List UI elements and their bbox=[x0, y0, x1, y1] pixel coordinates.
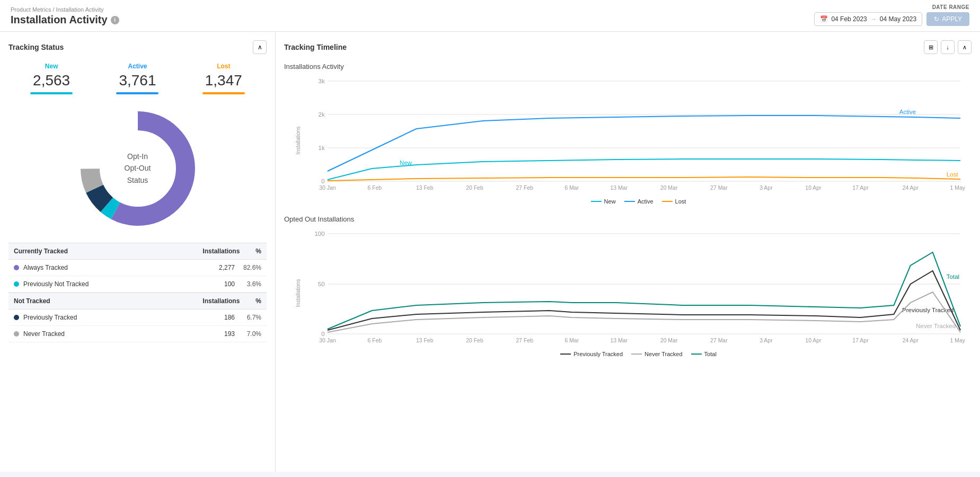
svg-text:17 Apr: 17 Apr bbox=[852, 185, 869, 191]
svg-text:20 Feb: 20 Feb bbox=[466, 338, 483, 343]
dot-never-tracked bbox=[14, 331, 19, 337]
chart1-y-label: Installations bbox=[295, 126, 301, 154]
svg-text:30 Jan: 30 Jan bbox=[319, 185, 336, 191]
never-tracked-pct: 7.0% bbox=[235, 330, 261, 338]
stat-lost-bar bbox=[202, 92, 245, 94]
prev-not-tracked-value: 100 bbox=[192, 280, 235, 288]
svg-text:13 Feb: 13 Feb bbox=[416, 185, 434, 191]
collapse-timeline-button[interactable]: ∧ bbox=[958, 40, 972, 54]
stat-new-bar bbox=[30, 92, 73, 94]
legend-total-label: Total bbox=[704, 351, 717, 357]
legend-new-line bbox=[591, 201, 602, 202]
stat-active-label: Active bbox=[116, 63, 158, 70]
download-icon-button[interactable]: ↓ bbox=[941, 40, 955, 54]
tracking-table: Currently Tracked Installations % Always… bbox=[8, 243, 267, 342]
svg-text:2k: 2k bbox=[318, 111, 325, 118]
legend-total: Total bbox=[691, 351, 717, 357]
svg-text:20 Mar: 20 Mar bbox=[660, 185, 678, 191]
stat-new: New 2,563 bbox=[30, 63, 73, 94]
chart2-legend: Previously Tracked Never Tracked Total bbox=[305, 351, 972, 357]
stat-active-bar bbox=[116, 92, 158, 94]
page-title: Installation Activity bbox=[11, 14, 108, 26]
breadcrumb: Product Metrics / Installation Activity bbox=[11, 6, 119, 13]
svg-text:Total: Total bbox=[947, 273, 959, 280]
legend-new: New bbox=[591, 198, 616, 205]
always-tracked-pct: 82.6% bbox=[235, 264, 261, 271]
svg-text:Previously Tracked: Previously Tracked bbox=[902, 307, 953, 313]
stat-new-label: New bbox=[30, 63, 73, 70]
svg-text:10 Apr: 10 Apr bbox=[805, 185, 822, 191]
legend-previously-tracked: Previously Tracked bbox=[560, 351, 623, 357]
info-icon[interactable]: i bbox=[111, 16, 119, 24]
previously-tracked-label: Previously Tracked bbox=[23, 314, 77, 321]
legend-never-tracked-line bbox=[631, 354, 642, 355]
apply-label: APPLY bbox=[942, 15, 962, 23]
pct-col-header2: % bbox=[255, 297, 261, 305]
legend-active-label: Active bbox=[638, 198, 654, 205]
date-arrow: → bbox=[870, 15, 877, 23]
svg-text:0: 0 bbox=[321, 331, 324, 337]
svg-text:13 Feb: 13 Feb bbox=[416, 338, 434, 343]
svg-text:30 Jan: 30 Jan bbox=[319, 338, 336, 343]
table-row: Previously Not Tracked 100 3.6% bbox=[8, 276, 267, 293]
svg-text:24 Apr: 24 Apr bbox=[903, 338, 919, 343]
chart2-svg: 100 50 0 Total Previously Tracked Never … bbox=[305, 228, 972, 345]
always-tracked-value: 2,277 bbox=[192, 264, 235, 271]
svg-text:27 Mar: 27 Mar bbox=[710, 185, 728, 191]
svg-text:27 Mar: 27 Mar bbox=[710, 338, 728, 343]
date-range-input[interactable]: 📅 04 Feb 2023 → 04 May 2023 bbox=[814, 12, 922, 26]
stat-lost-value: 1,347 bbox=[202, 72, 245, 89]
svg-text:10 Apr: 10 Apr bbox=[805, 338, 822, 343]
chart2-title: Opted Out Installations bbox=[284, 215, 972, 223]
svg-text:100: 100 bbox=[314, 231, 324, 237]
svg-text:New: New bbox=[400, 160, 412, 166]
stat-new-value: 2,563 bbox=[30, 72, 73, 89]
svg-text:6 Feb: 6 Feb bbox=[368, 185, 382, 191]
dot-previously-tracked bbox=[14, 315, 19, 320]
tracking-status-title: Tracking Status bbox=[8, 43, 64, 51]
installations-col-header2: Installations bbox=[202, 297, 240, 305]
svg-text:3 Apr: 3 Apr bbox=[760, 185, 773, 191]
svg-text:50: 50 bbox=[318, 281, 325, 287]
table-row: Always Tracked 2,277 82.6% bbox=[8, 260, 267, 276]
legend-prev-tracked-label: Previously Tracked bbox=[573, 351, 623, 357]
legend-active: Active bbox=[624, 198, 654, 205]
svg-text:Never Tracked: Never Tracked bbox=[916, 323, 956, 329]
header: Product Metrics / Installation Activity … bbox=[0, 0, 980, 32]
stat-lost-label: Lost bbox=[202, 63, 245, 70]
date-from: 04 Feb 2023 bbox=[831, 15, 867, 23]
svg-text:27 Feb: 27 Feb bbox=[516, 338, 533, 343]
pct-col-header: % bbox=[255, 248, 261, 255]
stat-lost: Lost 1,347 bbox=[202, 63, 245, 94]
currently-tracked-header: Currently Tracked Installations % bbox=[8, 243, 267, 260]
right-panel: Tracking Timeline ⊞ ↓ ∧ Installations Ac… bbox=[276, 32, 980, 472]
svg-text:Lost: Lost bbox=[947, 171, 959, 178]
legend-never-tracked-label: Never Tracked bbox=[644, 351, 683, 357]
legend-active-line bbox=[624, 201, 635, 202]
date-to: 04 May 2023 bbox=[880, 15, 916, 23]
apply-button[interactable]: ↻ APPLY bbox=[926, 12, 969, 26]
stat-active: Active 3,761 bbox=[116, 63, 158, 94]
table-row: Previously Tracked 186 6.7% bbox=[8, 310, 267, 326]
table-row: Never Tracked 193 7.0% bbox=[8, 326, 267, 342]
legend-prev-tracked-line bbox=[560, 354, 571, 355]
opted-out-chart: Opted Out Installations Installations 10… bbox=[284, 215, 972, 357]
svg-text:6 Feb: 6 Feb bbox=[368, 338, 382, 343]
svg-text:3 Apr: 3 Apr bbox=[760, 338, 773, 343]
svg-text:1 May: 1 May bbox=[950, 185, 966, 191]
always-tracked-label: Always Tracked bbox=[23, 264, 68, 271]
currently-tracked-label: Currently Tracked bbox=[14, 248, 68, 255]
svg-text:13 Mar: 13 Mar bbox=[611, 338, 628, 343]
date-range-section: DATE RANGE 📅 04 Feb 2023 → 04 May 2023 ↻… bbox=[814, 4, 969, 26]
collapse-button[interactable]: ∧ bbox=[253, 40, 267, 54]
installations-activity-chart: Installations Activity Installations 3k … bbox=[284, 63, 972, 205]
svg-text:20 Feb: 20 Feb bbox=[466, 185, 483, 191]
chart2-y-label: Installations bbox=[295, 279, 301, 307]
chart1-legend: New Active Lost bbox=[305, 198, 972, 205]
calendar-icon: 📅 bbox=[820, 15, 828, 23]
refresh-icon: ↻ bbox=[934, 15, 939, 23]
svg-text:27 Feb: 27 Feb bbox=[516, 185, 533, 191]
expand-icon-button[interactable]: ⊞ bbox=[924, 40, 938, 54]
legend-lost-label: Lost bbox=[675, 198, 686, 205]
svg-text:24 Apr: 24 Apr bbox=[903, 185, 919, 191]
